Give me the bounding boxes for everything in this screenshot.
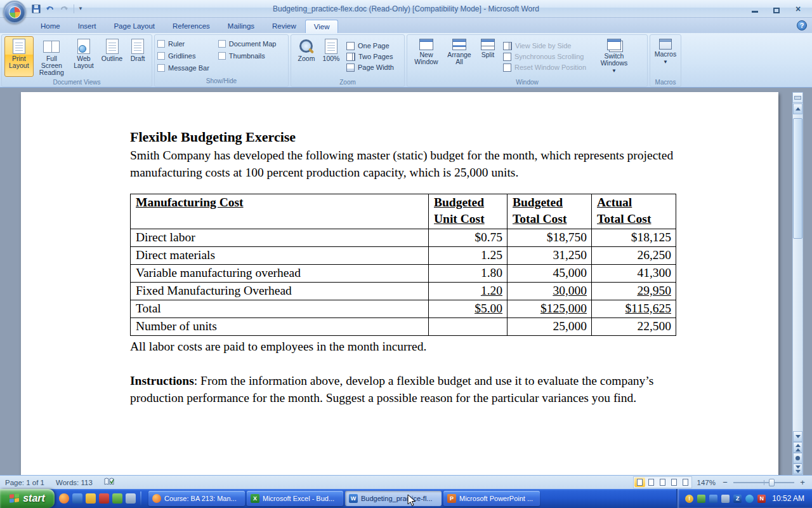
zoom-in-button[interactable]: + (798, 478, 807, 487)
system-tray: ! Z N 10:52 AM (676, 489, 812, 508)
minimize-button[interactable] (747, 4, 763, 13)
message-bar-checkbox[interactable]: Message Bar (157, 64, 209, 72)
view-print-layout-icon[interactable] (634, 478, 645, 487)
taskbar-button-browser[interactable]: Course: BA 213: Man... (148, 491, 245, 506)
split-button[interactable]: Split (476, 36, 500, 77)
tab-references[interactable]: References (164, 19, 219, 33)
group-label-zoom: Zoom (291, 78, 404, 87)
table-row: Fixed Manufacturing Overhead 1.20 30,000… (131, 283, 676, 300)
note-paragraph: All labor costs are paid to employees in… (130, 338, 677, 355)
vertical-scrollbar[interactable] (792, 92, 803, 475)
tab-review[interactable]: Review (263, 19, 305, 33)
zoom-level[interactable]: 147% (697, 479, 716, 486)
norton-icon[interactable]: N (757, 495, 766, 503)
scroll-down-button[interactable] (793, 431, 802, 442)
reset-window-position-button[interactable]: Reset Window Position (503, 64, 596, 72)
table-header-row: Manufacturing Cost BudgetedUnit Cost Bud… (131, 194, 676, 229)
close-button[interactable]: × (790, 4, 806, 13)
thumbnails-checkbox[interactable]: Thumbnails (218, 52, 277, 60)
zoom-button[interactable]: Zoom (294, 36, 319, 77)
internet-explorer-icon[interactable] (72, 493, 82, 504)
zoom-slider[interactable] (733, 482, 794, 483)
ruler-checkbox[interactable]: Ruler (157, 40, 209, 48)
taskbar-clock[interactable]: 10:52 AM (772, 494, 804, 503)
full-screen-reading-button[interactable]: Full Screen Reading (34, 36, 70, 77)
tab-insert[interactable]: Insert (69, 19, 105, 33)
checkbox-box (157, 52, 165, 60)
start-button[interactable]: start (0, 489, 55, 508)
word-count[interactable]: Words: 113 (56, 479, 93, 486)
zoom-control: − + (721, 478, 807, 487)
group-label-document-views: Document Views (2, 78, 152, 87)
spellcheck-icon[interactable] (104, 478, 114, 487)
page-indicator[interactable]: Page: 1 of 1 (5, 479, 44, 486)
new-window-button[interactable]: New Window (410, 36, 443, 77)
one-page-button[interactable]: One Page (346, 42, 394, 50)
header-budgeted-unit-cost: BudgetedUnit Cost (429, 194, 508, 229)
document-map-checkbox[interactable]: Document Map (218, 40, 277, 48)
undo-button[interactable] (44, 3, 56, 15)
next-page-button[interactable] (793, 464, 802, 474)
volume-icon[interactable] (721, 495, 730, 503)
scrollbar-track[interactable] (793, 114, 802, 431)
table-row: Direct materials 1.25 31,250 26,250 (131, 247, 676, 265)
scroll-up-button[interactable] (793, 104, 802, 114)
view-side-by-side-button[interactable]: View Side by Side (503, 42, 596, 50)
help-icon[interactable]: ? (797, 20, 807, 30)
sync-scrolling-icon (503, 53, 511, 61)
media-player-icon[interactable] (99, 493, 109, 504)
draft-button[interactable]: Draft (126, 36, 149, 77)
arrange-all-button[interactable]: Arrange All (443, 36, 476, 77)
two-pages-button[interactable]: Two Pages (346, 53, 394, 61)
zonealarm-icon[interactable]: Z (733, 495, 742, 503)
table-row: Variable manufacturing overhead 1.80 45,… (131, 265, 676, 283)
messenger-tray-icon[interactable] (745, 495, 754, 503)
office-button[interactable] (3, 1, 26, 23)
tab-home[interactable]: Home (32, 19, 69, 33)
undo-icon (46, 5, 55, 13)
redo-button[interactable] (58, 3, 70, 15)
tab-page-layout[interactable]: Page Layout (105, 19, 164, 33)
synchronous-scrolling-button[interactable]: Synchronous Scrolling (503, 53, 596, 61)
firefox-icon[interactable] (59, 493, 69, 504)
view-draft-icon[interactable] (680, 478, 691, 487)
gridlines-checkbox[interactable]: Gridlines (157, 52, 209, 60)
show-desktop-icon[interactable] (126, 493, 136, 504)
full-screen-reading-icon (43, 41, 60, 53)
macros-button[interactable]: Macros ▼ (653, 36, 678, 77)
ribbon-group-macros: Macros ▼ Macros (650, 34, 681, 87)
outline-button[interactable]: Outline (98, 36, 127, 77)
view-full-screen-icon[interactable] (646, 478, 657, 487)
save-button[interactable] (30, 3, 42, 15)
network-icon[interactable] (709, 495, 717, 503)
tab-mailings[interactable]: Mailings (219, 19, 263, 33)
scrollbar-thumb[interactable] (793, 118, 802, 239)
taskbar-button-excel[interactable]: Microsoft Excel - Bud... (247, 491, 343, 506)
select-browse-object-button[interactable] (793, 453, 802, 464)
document-area: Flexible Budgeting Exercise Smith Compan… (0, 88, 812, 475)
print-layout-button[interactable]: Print Layout (4, 36, 34, 77)
alert-tray-icon[interactable]: ! (685, 495, 693, 503)
switch-windows-button[interactable]: Switch Windows ▼ (596, 36, 632, 77)
taskbar-button-powerpoint[interactable]: Microsoft PowerPoint ... (443, 491, 540, 506)
document-page[interactable]: Flexible Budgeting Exercise Smith Compan… (21, 92, 778, 475)
table-row: Number of units 25,000 22,500 (131, 318, 676, 336)
zoom-100-button[interactable]: 100% (319, 36, 343, 77)
restore-button[interactable] (769, 4, 784, 13)
antivirus-shield-icon[interactable] (697, 495, 705, 503)
view-outline-icon[interactable] (669, 478, 679, 487)
zoom-out-button[interactable]: − (721, 478, 730, 487)
quick-launch (55, 489, 147, 508)
ruler-toggle-button[interactable] (792, 92, 803, 103)
page-width-button[interactable]: Page Width (346, 64, 394, 72)
tab-view[interactable]: View (305, 20, 339, 33)
web-layout-button[interactable]: Web Layout (70, 36, 98, 77)
outlook-icon[interactable] (86, 493, 96, 504)
zoom-slider-thumb[interactable] (769, 479, 775, 486)
messenger-icon[interactable] (112, 493, 122, 504)
taskbar-button-word-active[interactable]: Budgeting_practice-fl... (345, 491, 442, 506)
previous-page-button[interactable] (793, 442, 802, 453)
customize-qat-button[interactable]: ▼ (78, 6, 83, 11)
view-web-layout-icon[interactable] (657, 478, 668, 487)
document-heading: Flexible Budgeting Exercise (130, 128, 677, 147)
